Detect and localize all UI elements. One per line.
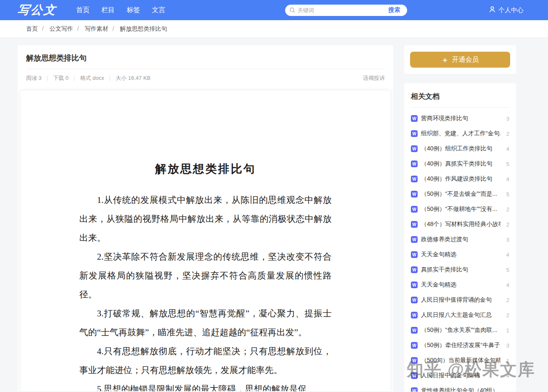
word-doc-icon: W xyxy=(411,342,418,349)
related-doc-item[interactable]: W （40例）真抓实干类排比句 5 xyxy=(411,156,509,171)
word-doc-icon: W xyxy=(411,387,418,392)
meta-size: 大小 16.47 KB xyxy=(104,74,151,82)
document-paragraph: 3.打破常规、解放思想的“智慧再觉醒”，凝心聚力、提振士气的“士气再鼓舞”，瞄准… xyxy=(79,304,332,342)
word-doc-icon: W xyxy=(411,191,418,197)
open-membership-button[interactable]: ＋ 开通会员 xyxy=(410,52,510,68)
top-navbar: 写公文 首页 栏目 标签 文言 搜索 xyxy=(0,0,548,20)
meta-reads: 阅读 3 xyxy=(26,74,42,82)
related-doc-count: 2 xyxy=(506,221,509,228)
related-doc-item[interactable]: W 组织部、党建、人才工作“金句... 2 xyxy=(411,126,509,141)
breadcrumb-bar: 首页 公文写作 写作素材 解放思想类排比句 xyxy=(0,20,548,38)
nav-item[interactable]: 首页 xyxy=(76,6,90,15)
breadcrumb-item[interactable]: 解放思想类排比句 xyxy=(120,25,167,32)
word-doc-icon: W xyxy=(411,357,418,364)
breadcrumb-item[interactable]: 写作素材 xyxy=(85,25,109,32)
breadcrumb-item[interactable]: 首页 xyxy=(26,25,38,32)
related-doc-item[interactable]: W 营商环境类排比句 3 xyxy=(411,111,509,126)
search-button[interactable]: 搜索 xyxy=(382,5,407,16)
breadcrumb-item[interactable]: 公文写作 xyxy=(50,25,73,32)
document-body: 1.从传统的发展模式中解放出来，从陈旧的思维观念中解放出来，从狭隘的视野格局中解… xyxy=(79,191,332,392)
report-link[interactable]: 违规投诉 xyxy=(363,74,385,82)
word-doc-icon: W xyxy=(411,236,418,243)
related-doc-count: 2 xyxy=(506,312,509,318)
document-title: 解放思想类排比句 xyxy=(79,161,332,176)
related-doc-title: 组织部、党建、人才工作“金句... xyxy=(421,130,500,137)
breadcrumb-segment: 写作素材 xyxy=(73,25,109,33)
word-doc-icon: W xyxy=(411,221,418,228)
related-doc-count: 1 xyxy=(506,327,509,334)
related-doc-title: （40例）真抓实干类排比句 xyxy=(421,160,500,168)
main-nav: 首页 栏目 标签 文言 xyxy=(76,6,165,15)
related-docs-title: 相关文档 xyxy=(411,92,509,108)
related-doc-item[interactable]: W （40例）作风建设类排比句 4 xyxy=(411,171,509,187)
related-doc-count: 4 xyxy=(506,176,509,182)
article-header: 解放思想类排比句 阅读 3 下载 0 格式 docx 大小 16.47 KB 违… xyxy=(18,45,393,86)
related-doc-title: 营商环境类排比句 xyxy=(421,115,500,122)
related-doc-count: 5 xyxy=(506,267,509,273)
related-doc-count: 1 xyxy=(506,358,509,364)
content-area: 解放思想类排比句 阅读 3 下载 0 格式 docx 大小 16.47 KB 违… xyxy=(0,38,548,392)
related-doc-item[interactable]: W 人民日报中值得背诵的金句 2 xyxy=(411,292,509,308)
related-doc-count: 4 xyxy=(506,252,509,258)
nav-item[interactable]: 栏目 xyxy=(101,6,115,15)
related-doc-title: （48个）写材料实用经典小故事... xyxy=(421,221,500,228)
search-input[interactable] xyxy=(298,7,382,13)
related-doc-count: 5 xyxy=(506,191,509,197)
breadcrumb-segment: 公文写作 xyxy=(38,25,73,33)
site-logo[interactable]: 写公文 xyxy=(17,2,58,18)
breadcrumb-segment: 首页 xyxy=(26,25,38,33)
nav-item[interactable]: 标签 xyxy=(127,6,140,15)
related-doc-item[interactable]: W 人民日报八大主题金句汇总 2 xyxy=(411,308,509,323)
related-doc-title: （40例）组织工作类排比句 xyxy=(421,145,500,153)
related-doc-item[interactable]: W （40例）组织工作类排比句 4 xyxy=(411,141,509,156)
sidebar: ＋ 开通会员 相关文档 W 营商环境类排比句 3 W 组织部、党建、人才工作“金… xyxy=(404,45,516,392)
related-doc-title: 政德修养类过渡句 xyxy=(421,236,500,243)
related-doc-item[interactable]: W 真抓实干类排比句 5 xyxy=(411,262,509,277)
related-doc-item[interactable]: W （500句）当前最新媒体金句精... 1 xyxy=(411,353,509,368)
user-center-link[interactable]: 个人中心 xyxy=(489,6,524,14)
related-doc-item[interactable]: W （50例）“不做耕地牛”“没有... 2 xyxy=(411,202,509,217)
document-paragraph: 1.从传统的发展模式中解放出来，从陈旧的思维观念中解放出来，从狭隘的视野格局中解… xyxy=(79,191,332,247)
word-doc-icon: W xyxy=(411,312,418,318)
related-doc-count: 3 xyxy=(506,116,509,122)
word-doc-icon: W xyxy=(411,266,418,273)
related-doc-title: （500句）当前最新媒体金句精... xyxy=(421,357,500,364)
document-paragraph: 5.思想的枷锁是限制发展的最大障碍，思想的解放是促 xyxy=(79,380,332,392)
meta-downloads: 下载 0 xyxy=(42,74,69,82)
page-title: 解放思想类排比句 xyxy=(26,53,385,69)
document-paragraph: 4.只有思想解放彻底，行动才能坚决；只有思想解放到位，事业才能进位；只有思想解放… xyxy=(79,342,332,380)
related-doc-title: 人民日报中值得背诵的金句 xyxy=(421,296,500,304)
related-doc-count: 2 xyxy=(506,297,509,303)
word-doc-icon: W xyxy=(411,251,418,258)
related-doc-item[interactable]: W 人民日报中的金句集锦 4 xyxy=(411,368,509,383)
related-doc-title: （50例）牵住经济发展“牛鼻子... xyxy=(421,342,500,349)
membership-label: 开通会员 xyxy=(452,55,479,64)
related-docs-list: W 营商环境类排比句 3 W 组织部、党建、人才工作“金句... 2 W （40… xyxy=(411,108,509,392)
related-doc-count: 3 xyxy=(506,237,509,243)
related-doc-item[interactable]: W （50例）“不是去镀金”“而是... 5 xyxy=(411,187,509,202)
related-doc-item[interactable]: W 天天金句精选 4 xyxy=(411,247,509,262)
word-doc-icon: W xyxy=(411,130,418,137)
plus-icon: ＋ xyxy=(442,55,449,65)
breadcrumb: 首页 公文写作 写作素材 解放思想类排比句 xyxy=(26,25,167,33)
related-doc-item[interactable]: W （48个）写材料实用经典小故事... 2 xyxy=(411,217,509,232)
related-doc-item[interactable]: W （50例）“鱼水关系”“血肉联... 1 xyxy=(411,323,509,338)
related-doc-item[interactable]: W 政德修养类过渡句 3 xyxy=(411,232,509,247)
related-doc-title: 天天金句精选 xyxy=(421,251,500,258)
document-preview[interactable]: 解放思想类排比句 1.从传统的发展模式中解放出来，从陈旧的思维观念中解放出来，从… xyxy=(20,90,391,392)
word-doc-icon: W xyxy=(411,372,418,379)
word-doc-icon: W xyxy=(411,206,418,213)
related-doc-item[interactable]: W 天天金句精选 4 xyxy=(411,277,509,292)
word-doc-icon: W xyxy=(411,327,418,334)
nav-item[interactable]: 文言 xyxy=(152,6,165,15)
related-doc-count: 2 xyxy=(506,131,509,137)
related-doc-title: （40例）作风建设类排比句 xyxy=(421,175,500,183)
word-doc-icon: W xyxy=(411,160,418,167)
related-doc-title: 党性修养排比句金句（40组） xyxy=(421,387,503,392)
related-doc-count: 5 xyxy=(506,161,509,167)
search-area: 搜索 xyxy=(165,5,489,16)
related-doc-title: （50例）“不做耕地牛”“没有... xyxy=(421,205,500,213)
related-doc-item[interactable]: W （50例）牵住经济发展“牛鼻子... 3 xyxy=(411,338,509,353)
related-doc-item[interactable]: W 党性修养排比句金句（40组） xyxy=(411,383,509,392)
user-center-label: 个人中心 xyxy=(498,6,524,14)
